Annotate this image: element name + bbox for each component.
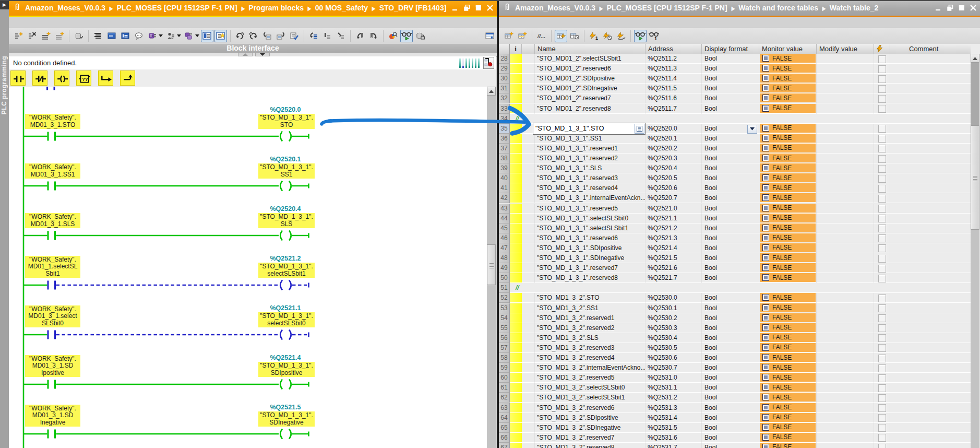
display-format-cell[interactable]: Bool [702, 84, 759, 93]
modify-trigger-checkbox[interactable] [878, 255, 886, 263]
coil-operand-label[interactable]: "STO_MD_1_3_1". STO [258, 114, 315, 129]
network-comments-icon[interactable] [133, 30, 145, 42]
name-cell[interactable]: "STO_MD1_3_2".reserved8 [535, 443, 646, 448]
modify-value-cell[interactable] [817, 144, 874, 154]
address-cell[interactable]: %Q2520.7 [646, 193, 702, 203]
modify-value-cell[interactable] [817, 273, 874, 283]
go-to-previous-icon[interactable] [354, 30, 366, 42]
toggle-favorites-icon[interactable] [214, 30, 227, 42]
task-card-expand-button[interactable]: ▶ [0, 0, 9, 9]
row-number-cell[interactable]: 48 [499, 253, 510, 263]
display-format-cell[interactable]: Bool [702, 313, 759, 323]
address-cell[interactable]: %Q2521.7 [646, 273, 702, 283]
row-number-cell[interactable]: 59 [499, 363, 510, 373]
modify-value-cell[interactable] [817, 313, 874, 323]
call-environment-icon[interactable] [387, 30, 399, 42]
monitor-value-indicator[interactable]: FALSE [760, 193, 816, 202]
row-number-cell[interactable]: 60 [499, 373, 510, 383]
display-format-cell[interactable]: Bool [702, 93, 759, 103]
modify-trigger-checkbox[interactable] [878, 304, 886, 312]
monitor-value-indicator[interactable]: FALSE [760, 313, 816, 322]
display-format-cell[interactable]: Bool [702, 144, 759, 154]
monitor-once-icon[interactable]: 1 [648, 30, 660, 42]
modify-trigger-checkbox[interactable] [878, 344, 886, 352]
modify-value-cell[interactable] [817, 154, 874, 163]
modify-value-cell[interactable] [817, 84, 874, 93]
ladder-rung-5[interactable] [23, 330, 309, 340]
name-cell[interactable]: "STO_MD01_2".SDIpositive [535, 74, 646, 84]
comment-cell[interactable] [890, 303, 971, 313]
modify-value-cell[interactable] [817, 54, 874, 64]
modify-trigger-checkbox[interactable] [878, 75, 886, 83]
modify-value-cell[interactable] [817, 223, 874, 233]
name-cell[interactable]: "STO_MD_1_3_1".reserved1 [535, 144, 646, 154]
modify-value-cell[interactable] [817, 134, 874, 144]
modify-trigger-checkbox[interactable] [878, 424, 886, 432]
scrollbar-thumb[interactable] [971, 125, 979, 230]
modify-trigger-checkbox[interactable] [878, 185, 886, 193]
interface-expand-button[interactable] [238, 53, 253, 56]
comment-cell[interactable] [890, 363, 971, 373]
monitor-value-indicator[interactable]: FALSE [760, 84, 816, 92]
row-number-cell[interactable]: 67 [499, 443, 510, 448]
monitor-value-indicator[interactable]: FALSE [760, 173, 816, 182]
address-cell[interactable]: %Q2511.4 [646, 74, 702, 84]
go-to-next-icon[interactable] [367, 30, 380, 42]
comment-cell[interactable] [890, 353, 971, 363]
comment-cell[interactable] [890, 373, 971, 383]
row-number-cell[interactable]: 33 [499, 104, 510, 114]
display-format-cell[interactable]: Bool [702, 173, 759, 183]
maximize-window-button[interactable] [958, 4, 965, 12]
comment-cell[interactable] [890, 183, 971, 193]
display-format-cell[interactable]: Bool [702, 343, 759, 353]
display-format-cell[interactable]: Bool [702, 303, 759, 313]
row-number-cell[interactable]: 53 [499, 303, 510, 313]
minimize-window-button[interactable] [935, 4, 942, 12]
modify-trigger-checkbox[interactable] [878, 65, 886, 73]
ladder-rung-3[interactable] [23, 231, 309, 241]
monitor-value-indicator[interactable]: FALSE [760, 223, 816, 232]
display-format-cell[interactable]: Bool [702, 383, 759, 393]
row-number-cell[interactable]: 41 [499, 183, 510, 193]
breakpoint-toggle-button[interactable] [483, 57, 494, 69]
name-cell[interactable]: "STO_MD_1_3_1".SS1 [535, 134, 646, 144]
toggle-network-view-icon[interactable] [201, 30, 213, 42]
row-number-cell[interactable]: 36 [499, 134, 510, 144]
modify-value-cell[interactable] [817, 233, 874, 243]
modify-value-cell[interactable] [817, 104, 874, 114]
modify-trigger-checkbox[interactable] [878, 215, 886, 222]
comment-cell[interactable] [890, 443, 971, 448]
address-cell[interactable]: %Q2520.6 [646, 183, 702, 193]
modify-value-cell[interactable] [817, 124, 874, 134]
comment-cell[interactable] [890, 233, 971, 243]
coil-address-label[interactable]: %Q2520.1 [258, 156, 313, 163]
ladder-rung-4[interactable] [23, 280, 309, 290]
modify-trigger-checkbox[interactable] [878, 314, 886, 322]
display-format-cell[interactable]: Bool [702, 333, 759, 343]
comment-cell[interactable] [890, 433, 971, 443]
contact-operand-label[interactable]: "WORK_Safety". MD01_3_1.SD Ipositive [25, 355, 80, 378]
comment-cell[interactable] [890, 383, 971, 393]
restore-window-button[interactable] [946, 4, 954, 12]
modify-trigger-checkbox[interactable] [878, 334, 886, 342]
row-number-cell[interactable]: 63 [499, 403, 510, 413]
display-format-cell[interactable]: Bool [702, 323, 759, 333]
name-cell[interactable]: "STO_MD01_2".selectSLSbit1 [535, 54, 646, 64]
address-cell[interactable]: %Q2530.7 [646, 363, 702, 373]
monitor-value-indicator[interactable]: FALSE [760, 243, 816, 252]
modify-value-cell[interactable] [817, 443, 874, 448]
coil-operand-label[interactable]: "STO_MD_1_3_1". SDIpositive [258, 362, 315, 377]
monitor-value-indicator[interactable]: FALSE [760, 343, 816, 352]
address-cell[interactable]: %Q2511.2 [646, 54, 702, 64]
display-format-cell[interactable]: Bool [702, 243, 759, 253]
monitor-value-indicator[interactable]: FALSE [760, 423, 816, 432]
row-number-cell[interactable]: 55 [499, 323, 510, 333]
column-header-num[interactable] [499, 44, 510, 54]
comment-cell[interactable] [890, 273, 971, 283]
modify-value-cell[interactable] [817, 333, 874, 343]
display-format-cell[interactable]: Bool [702, 273, 759, 283]
name-edit-text[interactable]: "STO_MD_1_3_1".STO [533, 125, 635, 132]
modify-value-cell[interactable] [817, 423, 874, 433]
display-format-cell[interactable]: Bool [702, 443, 759, 448]
absolute-operands-icon[interactable] [321, 30, 333, 42]
